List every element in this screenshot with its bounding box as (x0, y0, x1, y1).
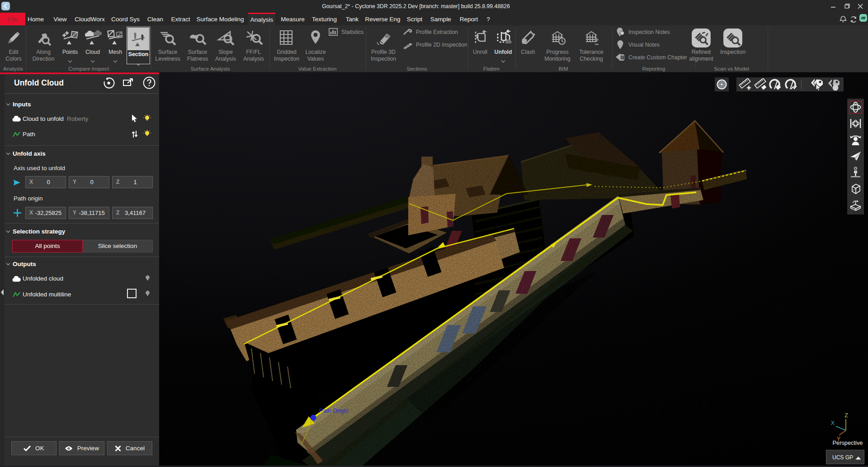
svg-text:X: X (831, 420, 835, 426)
svg-text:Z: Z (844, 412, 848, 419)
svg-text:Path Origin: Path Origin (319, 407, 349, 414)
